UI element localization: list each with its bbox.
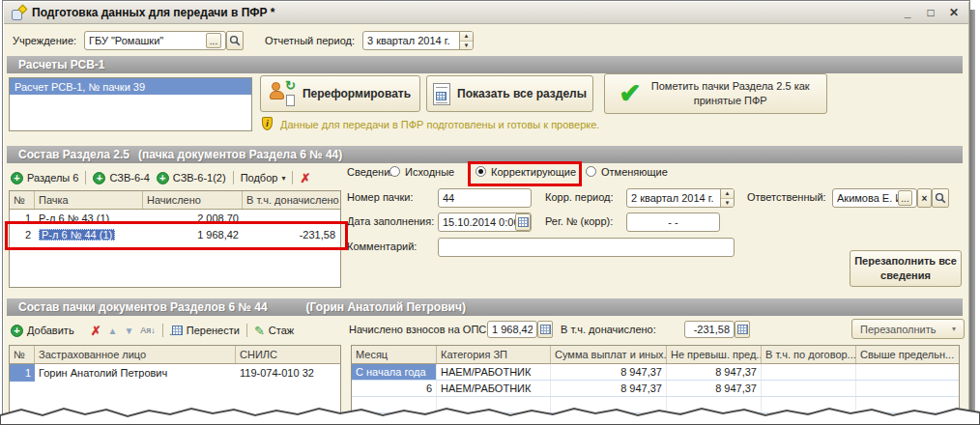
institution-label: Учреждение: xyxy=(13,35,76,46)
table-row-selected[interactable]: 1 Горин Анатолий Петрович 119-074-010 32 xyxy=(10,364,340,382)
cell[interactable] xyxy=(856,364,957,380)
period-spinner[interactable]: ▲ ▼ xyxy=(459,31,473,50)
cell[interactable]: Р-л 6 № 43 (1) xyxy=(35,210,143,226)
cell[interactable]: 2 008,70 xyxy=(143,210,243,226)
cell[interactable]: 8 947,37 xyxy=(551,364,667,380)
ops-calc-button[interactable] xyxy=(537,321,553,338)
spinner-down-icon[interactable]: ▼ xyxy=(460,41,473,51)
radio-ishodnye-label[interactable]: Исходные xyxy=(405,166,454,178)
cell[interactable]: 8 947,37 xyxy=(551,381,667,396)
column-header[interactable]: Сумма выплат и иных... xyxy=(551,346,667,363)
cell[interactable]: 1 xyxy=(10,210,35,226)
cell[interactable]: 2 xyxy=(10,226,35,242)
sort-icon[interactable]: Ая↓ xyxy=(140,326,155,335)
extra-calc-button[interactable] xyxy=(735,321,750,338)
table-row-selected[interactable]: 2 Р-л 6 № 44 (1) 1 968,42 -231,58 xyxy=(10,226,340,242)
spinner-up-icon[interactable]: ▲ xyxy=(460,31,473,41)
radio-korrektiruyushchie-label[interactable]: Корректирующие xyxy=(491,166,576,178)
podbor-button[interactable]: Подбор ▾ xyxy=(241,172,286,184)
move-down-button[interactable]: ▼ xyxy=(124,326,133,336)
cell[interactable]: НАЕМ/РАБОТНИК xyxy=(437,381,551,396)
ops-field[interactable]: 1 968,42 xyxy=(487,321,537,338)
column-header[interactable]: В т.ч. по договор... xyxy=(762,346,856,363)
maximize-button[interactable]: □ xyxy=(924,6,937,19)
period-field[interactable]: 3 квартал 2014 г. ▲ ▼ xyxy=(362,31,474,50)
info-icon: i xyxy=(262,117,273,130)
transfer-button[interactable]: ← Перенести xyxy=(170,325,240,336)
mark-accepted-button[interactable]: ✔ Пометить пачки Раздела 2.5 как приняты… xyxy=(604,73,827,114)
corr-period-field[interactable]: 2 квартал 2014 г. ▲ ▼ xyxy=(626,188,735,208)
column-header[interactable]: Пачка xyxy=(35,191,143,209)
column-header[interactable]: Свыше предельн... xyxy=(856,346,957,363)
batch-no-label: Номер пачки: xyxy=(347,191,414,203)
batch-no-field[interactable]: 44 xyxy=(438,188,532,208)
institution-field[interactable]: ГБУ "Ромашки" ... xyxy=(84,31,226,50)
spinner-down-icon[interactable]: ▼ xyxy=(721,198,734,209)
rsv-section-header: Расчеты РСВ-1 xyxy=(7,56,963,73)
column-header[interactable]: Застрахованное лицо xyxy=(35,346,236,363)
stazh-button[interactable]: ✎ Стаж xyxy=(254,324,294,338)
delete-batch-button[interactable]: ✗ xyxy=(300,171,310,185)
radio-otmenyayushchie-label[interactable]: Отменяющие xyxy=(601,166,668,178)
batches-table-header: № Пачка Начислено В т.ч. доначислено xyxy=(10,191,340,210)
column-header[interactable]: Не превыш. пред... xyxy=(667,346,762,363)
cell[interactable]: 1 xyxy=(10,364,35,382)
cell[interactable]: С начала года xyxy=(352,364,437,380)
move-up-button[interactable]: ▲ xyxy=(108,326,118,336)
radio-korrektiruyushchie[interactable] xyxy=(476,166,486,177)
column-header[interactable]: № xyxy=(10,346,35,363)
cell[interactable]: НАЕМ/РАБОТНИК xyxy=(437,364,551,380)
spinner-up-icon[interactable]: ▲ xyxy=(721,188,734,198)
add-szv612-button[interactable]: + СЗВ-6-1(2) xyxy=(157,172,226,184)
cell[interactable]: Горин Анатолий Петрович xyxy=(35,364,236,382)
cell[interactable]: 6 xyxy=(352,381,437,396)
rsv-list[interactable]: Расчет РСВ-1, № пачки 39 xyxy=(9,77,252,131)
table-row-selected[interactable]: С начала года НАЕМ/РАБОТНИК 8 947,37 8 9… xyxy=(352,364,959,381)
institution-picker-button[interactable]: ... xyxy=(206,33,221,48)
comment-field[interactable] xyxy=(438,238,735,257)
magnifier-icon xyxy=(229,35,241,46)
refill-all-button[interactable]: Перезаполнить все сведения xyxy=(850,250,962,287)
column-header[interactable]: В т.ч. доначислено xyxy=(243,191,339,209)
calendar-button[interactable] xyxy=(515,213,531,231)
show-all-sections-button[interactable]: Показать все разделы xyxy=(426,75,593,112)
rsv-list-item[interactable]: Расчет РСВ-1, № пачки 39 xyxy=(10,78,251,95)
cell[interactable] xyxy=(762,364,856,380)
responsible-search-button[interactable] xyxy=(932,188,949,208)
cell[interactable] xyxy=(856,381,957,396)
add-person-button[interactable]: + Добавить xyxy=(11,325,74,337)
column-header[interactable]: Категория ЗП xyxy=(437,346,551,363)
cell[interactable] xyxy=(762,381,856,396)
refill-dropdown-button[interactable]: Перезаполнить ▾ xyxy=(851,319,965,339)
corr-period-spinner[interactable]: ▲ ▼ xyxy=(720,188,734,208)
cell[interactable]: 8 947,37 xyxy=(667,381,762,396)
cell[interactable] xyxy=(243,210,339,226)
radio-otmenyayushchie[interactable] xyxy=(586,166,596,177)
reform-button[interactable]: ↻ Переформировать xyxy=(260,75,420,112)
column-header[interactable]: Месяц xyxy=(352,346,437,363)
minimize-button[interactable]: _ xyxy=(901,6,914,19)
table-row[interactable]: 6 НАЕМ/РАБОТНИК 8 947,37 8 947,37 xyxy=(352,381,959,397)
delete-person-button[interactable]: ✗ xyxy=(91,324,101,338)
radio-ishodnye[interactable] xyxy=(389,166,400,177)
fill-date-field[interactable]: 15.10.2014 0:00 xyxy=(438,212,532,232)
add-sections6-button[interactable]: + Разделы 6 xyxy=(11,172,78,184)
cell[interactable]: Р-л 6 № 44 (1) xyxy=(35,226,143,242)
responsible-picker-button[interactable]: ... xyxy=(898,190,912,206)
column-header[interactable]: СНИЛС xyxy=(236,346,340,363)
table-row[interactable]: 1 Р-л 6 № 43 (1) 2 008,70 xyxy=(10,210,340,226)
cell[interactable]: -231,58 xyxy=(243,226,339,242)
responsible-field[interactable]: Акимова Е. И ... xyxy=(832,188,917,208)
column-header[interactable]: № xyxy=(10,191,35,209)
cell[interactable]: 119-074-010 32 xyxy=(236,364,340,382)
close-button[interactable]: ✕ xyxy=(947,6,961,19)
extra-field[interactable]: -231,58 xyxy=(684,321,735,338)
reg-no-field[interactable]: - - xyxy=(626,212,720,232)
cell[interactable]: 1 968,42 xyxy=(143,226,243,242)
column-header[interactable]: Начислено xyxy=(143,191,243,209)
cell[interactable]: 8 947,37 xyxy=(667,364,762,380)
add-szv64-button[interactable]: + СЗВ-6-4 xyxy=(93,172,149,184)
institution-search-button[interactable] xyxy=(226,31,244,50)
torn-edge xyxy=(0,404,980,425)
responsible-clear-button[interactable]: × xyxy=(917,188,932,208)
